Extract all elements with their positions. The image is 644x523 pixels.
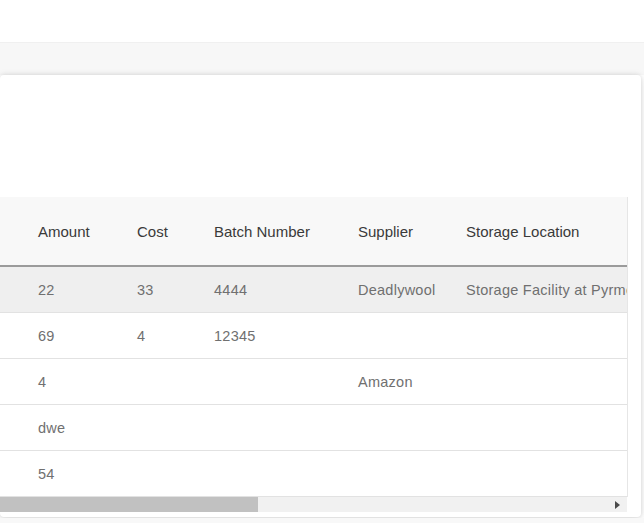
stock-table: AmountCostBatch NumberSupplierStorage Lo…: [0, 197, 627, 497]
table-cell: Deadlywool: [358, 282, 466, 298]
stock-table-viewport: AmountCostBatch NumberSupplierStorage Lo…: [0, 197, 627, 497]
table-row[interactable]: dwe: [0, 405, 627, 451]
table-cell: 33: [137, 282, 214, 298]
table-cell: 4444: [214, 282, 358, 298]
right-arrow-icon: [615, 501, 620, 509]
detail-dialog: AmountCostBatch NumberSupplierStorage Lo…: [0, 75, 641, 517]
table-cell: 22: [0, 282, 137, 298]
table-cell: 4: [137, 328, 214, 344]
column-header: Amount: [0, 223, 137, 240]
column-header: Storage Location: [466, 223, 627, 240]
table-cell: 12345: [214, 328, 358, 344]
table-cell: Storage Facility at Pyrmont: [466, 282, 627, 298]
column-header: Batch Number: [214, 223, 358, 240]
table-header-row: AmountCostBatch NumberSupplierStorage Lo…: [0, 197, 627, 265]
table-row[interactable]: 4Amazon: [0, 359, 627, 405]
table-row[interactable]: 22334444DeadlywoolStorage Facility at Py…: [0, 265, 627, 313]
table-cell: 54: [0, 466, 137, 482]
table-body: 22334444DeadlywoolStorage Facility at Py…: [0, 265, 627, 497]
column-header: Cost: [137, 223, 214, 240]
table-cell: Amazon: [358, 374, 466, 390]
table-cell: 69: [0, 328, 137, 344]
horizontal-scrollbar[interactable]: [0, 497, 627, 512]
scrollbar-thumb[interactable]: [0, 497, 258, 512]
table-right-separator: [627, 197, 628, 497]
page-bottom-band: [0, 518, 644, 523]
scrollbar-right-arrow-button[interactable]: [609, 497, 625, 512]
table-cell: 4: [0, 374, 137, 390]
table-row[interactable]: 69412345: [0, 313, 627, 359]
column-header: Supplier: [358, 223, 466, 240]
page-background-band: [0, 42, 644, 75]
table-row[interactable]: 54: [0, 451, 627, 497]
table-cell: dwe: [0, 420, 137, 436]
